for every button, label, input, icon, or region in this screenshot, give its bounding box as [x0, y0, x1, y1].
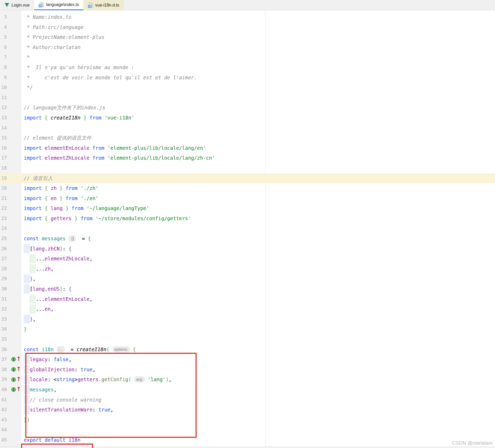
code-text: }, — [21, 314, 495, 324]
code-line-26[interactable]: 26 [lang.zhCN]: { — [0, 244, 495, 254]
code-text: import elementZhLocale from 'element-plu… — [21, 153, 495, 163]
line-number: 43 — [0, 415, 7, 425]
gutter-spacer — [7, 12, 21, 22]
gutter-spacer — [7, 324, 21, 334]
code-line-35[interactable]: 35 — [0, 334, 495, 344]
green-circle-i-icon[interactable]: I — [11, 367, 16, 372]
gutter-spacer — [7, 415, 21, 425]
code-text: // 语言引入 — [21, 173, 495, 183]
gutter-spacer — [7, 32, 21, 42]
gutter-spacer — [7, 294, 21, 304]
line-number: 27 — [0, 254, 7, 264]
code-line-20[interactable]: 20import { zh } from './zh' — [0, 183, 495, 193]
gutter-spacer — [7, 254, 21, 264]
code-line-36[interactable]: 36const i18n :... = createI18n( options:… — [0, 344, 495, 355]
code-line-14[interactable]: 14 — [0, 123, 495, 133]
line-number: 10 — [0, 82, 7, 93]
line-number: 17 — [0, 153, 7, 163]
line-number: 16 — [0, 143, 7, 153]
code-line-12[interactable]: 12// language文件夹下的index.js — [0, 103, 495, 113]
code-line-32[interactable]: 32 ...en, — [0, 304, 495, 314]
code-line-8[interactable]: 8 * Il n'ya qu'un héroïsme au monde : — [0, 62, 495, 73]
code-text: silentTranslationWarn: true, — [21, 405, 495, 415]
code-line-25[interactable]: 25const messages :{} = { — [0, 234, 495, 244]
red-up-arrow-icon: ↑ — [16, 386, 21, 392]
gutter-spacer — [7, 22, 21, 32]
code-line-42[interactable]: 42 silentTranslationWarn: true, — [0, 405, 495, 415]
i18n-gutter-icon[interactable]: I↑ — [7, 374, 21, 385]
inlay-hint: :... — [57, 346, 65, 353]
gutter-spacer — [7, 62, 21, 73]
code-line-24[interactable]: 24 — [0, 223, 495, 234]
code-text: [lang.zhCN]: { — [21, 244, 495, 254]
code-line-28[interactable]: 28 ...zh, — [0, 264, 495, 274]
code-text: import elementEnLocale from 'element-plu… — [21, 143, 495, 153]
code-line-11[interactable]: 11 — [0, 93, 495, 103]
code-line-5[interactable]: 5 * ProjectName:element-plus — [0, 32, 495, 42]
code-line-23[interactable]: 23import { getters } from '~/store/modul… — [0, 213, 495, 224]
i18n-gutter-icon[interactable]: I↑ — [7, 385, 21, 395]
code-text: * — [21, 52, 495, 62]
code-line-31[interactable]: 31 ...elementEnLocale, — [0, 294, 495, 304]
typescript-file-icon: TS — [88, 3, 93, 8]
green-circle-i-icon[interactable]: I — [11, 357, 16, 362]
i18n-gutter-icon[interactable]: I↑ — [7, 354, 21, 365]
gutter-spacer — [7, 425, 21, 435]
code-line-21[interactable]: 21import { en } from './en' — [0, 193, 495, 204]
code-line-22[interactable]: 22import { lang } from '~/language/langT… — [0, 203, 495, 213]
code-line-45[interactable]: 45export default i18n — [0, 435, 495, 445]
code-line-13[interactable]: 13import { createI18n } from 'vue-i18n' — [0, 113, 495, 123]
code-line-39[interactable]: 39I↑ locale: <string>getters.getConfig( … — [0, 374, 495, 385]
gutter-spacer — [7, 334, 21, 344]
code-line-7[interactable]: 7 * — [0, 52, 495, 62]
code-line-33[interactable]: 33 }, — [0, 314, 495, 324]
code-line-41[interactable]: 41 // close console warning — [0, 395, 495, 405]
line-number: 20 — [0, 183, 7, 193]
code-line-29[interactable]: 29 }, — [0, 274, 495, 284]
code-line-17[interactable]: 17import elementZhLocale from 'element-p… — [0, 153, 495, 163]
code-line-34[interactable]: 34} — [0, 324, 495, 334]
code-line-16[interactable]: 16import elementEnLocale from 'element-p… — [0, 143, 495, 153]
code-line-30[interactable]: 30 [lang.enUS]: { — [0, 284, 495, 294]
code-text: * Author:charlatan — [21, 42, 495, 52]
code-line-18[interactable]: 18 — [0, 163, 495, 173]
code-line-38[interactable]: 38I↑ globalInjection: true, — [0, 365, 495, 375]
code-line-43[interactable]: 43}) — [0, 415, 495, 425]
tab-language-index-ts[interactable]: TS language\index.ts — [34, 0, 83, 10]
line-number: 45 — [0, 435, 7, 445]
code-editor[interactable]: 3 * Name:index.ts4 * Path:src/language5 … — [0, 10, 495, 448]
code-line-27[interactable]: 27 ...elementZhLocale, — [0, 254, 495, 264]
code-line-40[interactable]: 40I↑ messages, — [0, 385, 495, 395]
line-number: 44 — [0, 425, 7, 435]
code-text: messages, — [21, 385, 495, 395]
gutter-spacer — [7, 304, 21, 314]
code-line-3[interactable]: 3 * Name:index.ts — [0, 12, 495, 22]
code-line-44[interactable]: 44 — [0, 425, 495, 435]
tab-vue-i18n-d-ts[interactable]: TS vue-i18n.d.ts — [84, 0, 124, 10]
green-circle-i-icon[interactable]: I — [11, 377, 16, 382]
gutter-spacer — [7, 153, 21, 163]
gutter-spacer — [7, 244, 21, 254]
i18n-gutter-icon[interactable]: I↑ — [7, 365, 21, 375]
code-text: ...en, — [21, 304, 495, 314]
gutter-spacer — [7, 52, 21, 62]
code-line-15[interactable]: 15// element 提供的语言文件 — [0, 133, 495, 143]
code-line-6[interactable]: 6 * Author:charlatan — [0, 42, 495, 52]
line-number: 14 — [0, 123, 7, 133]
gutter-spacer — [7, 103, 21, 113]
code-line-9[interactable]: 9 * c'est de voir le monde tel qu'il est… — [0, 73, 495, 83]
tab-login-vue[interactable]: Login.vue — [0, 0, 34, 10]
code-text: legacy: false, — [21, 354, 495, 365]
csdn-watermark: CSDN @ciarlatani — [452, 440, 492, 446]
code-text: const i18n :... = createI18n( options: { — [21, 344, 495, 355]
code-line-10[interactable]: 10 */ — [0, 82, 495, 93]
code-text — [21, 93, 495, 103]
green-circle-i-icon[interactable]: I — [11, 387, 16, 392]
gutter-spacer — [7, 183, 21, 193]
code-text: export default i18n — [21, 435, 495, 445]
code-line-4[interactable]: 4 * Path:src/language — [0, 22, 495, 32]
code-line-37[interactable]: 37I↑ legacy: false, — [0, 354, 495, 365]
line-number: 40 — [0, 385, 7, 395]
gutter-spacer — [7, 82, 21, 93]
code-line-19[interactable]: 19// 语言引入 — [0, 173, 495, 183]
